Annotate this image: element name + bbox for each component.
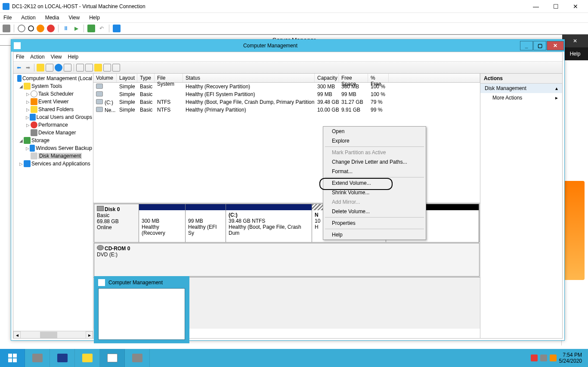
forward-button[interactable]: ➡	[24, 64, 32, 72]
volume-row[interactable]: Ne...SimpleBasicNTFSHealthy (Primary Par…	[93, 106, 480, 114]
tree-performance[interactable]: ▷Performance	[14, 121, 92, 129]
maximize-button[interactable]: ☐	[546, 0, 566, 13]
ctx-help[interactable]: Help	[323, 230, 426, 239]
cm-menu-view[interactable]: View	[51, 54, 62, 60]
col-type[interactable]: Type	[137, 74, 155, 82]
tree-storage[interactable]: ◢Storage	[14, 137, 92, 144]
reset-button[interactable]	[47, 25, 55, 32]
back-button[interactable]: ⬅	[15, 64, 23, 72]
tree-shared-folders[interactable]: ▷Shared Folders	[14, 106, 92, 113]
refresh-button[interactable]	[76, 64, 84, 72]
col-volume[interactable]: Volume	[93, 74, 117, 82]
tb-icon-4[interactable]	[112, 64, 120, 72]
tb-powershell[interactable]	[50, 349, 75, 367]
ctx-shrink-volume[interactable]: Shrink Volume...	[323, 188, 426, 197]
revert-button[interactable]: ↶	[98, 25, 105, 32]
ctx-explore[interactable]: Explore	[323, 136, 426, 146]
context-menu[interactable]: Open Explore Mark Partition as Active Ch…	[323, 126, 426, 240]
ctx-open[interactable]: Open	[323, 127, 426, 136]
ctx-properties[interactable]: Properties	[323, 218, 426, 228]
disk-0-info[interactable]: Disk 0 Basic 69.88 GB Online	[94, 204, 139, 242]
tree-disk-management[interactable]: Disk Management	[14, 152, 92, 160]
tree-server-backup[interactable]: ▷Windows Server Backup	[14, 144, 92, 152]
cm-menu-file[interactable]: File	[16, 54, 24, 60]
help-button[interactable]	[55, 64, 62, 72]
tb-explorer[interactable]	[75, 349, 100, 367]
resume-button[interactable]: ▶	[72, 25, 80, 32]
col-freespace[interactable]: Free Space	[339, 74, 368, 82]
ctrl-alt-del-button[interactable]	[3, 25, 10, 32]
sm-help-strip[interactable]: Help	[562, 47, 588, 60]
partition-c[interactable]: (C:)39.48 GB NTFSHealthy (Boot, Page Fil…	[226, 204, 312, 242]
tree-root[interactable]: Computer Management (Local	[14, 75, 92, 82]
start-button[interactable]	[0, 349, 25, 367]
tree-local-users[interactable]: ▷Local Users and Groups	[14, 113, 92, 121]
tray-clock[interactable]: 7:54 PM 5/24/2020	[559, 352, 585, 364]
cm-minimize-button[interactable]: _	[520, 41, 533, 50]
volume-header-row[interactable]: Volume Layout Type File System Status Ca…	[93, 74, 480, 83]
enhanced-session-button[interactable]	[113, 25, 121, 32]
cm-titlebar[interactable]: Computer Management _ ▢ ✕	[11, 40, 564, 52]
ctx-format[interactable]: Format...	[323, 167, 426, 176]
cm-menu-help[interactable]: Help	[68, 54, 79, 60]
volume-row[interactable]: SimpleBasicHealthy (Recovery Partition)3…	[93, 83, 480, 90]
cm-maximize-button[interactable]: ▢	[533, 41, 546, 50]
col-layout[interactable]: Layout	[117, 74, 137, 82]
tree-horizontal-scrollbar[interactable]: ◂ ▸	[13, 331, 93, 338]
scroll-thumb[interactable]	[40, 332, 57, 338]
tb-icon-1[interactable]	[85, 64, 93, 72]
volume-row[interactable]: (C:)SimpleBasicNTFSHealthy (Boot, Page F…	[93, 98, 480, 106]
nav-tree[interactable]: Computer Management (Local ◢System Tools…	[13, 74, 93, 338]
up-button[interactable]	[37, 64, 44, 72]
turnoff-button[interactable]	[28, 25, 34, 31]
cdrom-row[interactable]: CD-ROM 0 DVD (E:)	[94, 243, 480, 277]
shutdown-button[interactable]	[37, 25, 44, 32]
ctx-extend-volume[interactable]: Extend Volume...	[323, 178, 426, 188]
tray-network-icon[interactable]	[540, 355, 547, 361]
actions-more[interactable]: More Actions▸	[480, 93, 562, 103]
cdrom-info[interactable]: CD-ROM 0 DVD (E:)	[94, 243, 479, 276]
menu-file[interactable]: File	[2, 14, 13, 22]
tree-system-tools[interactable]: ◢System Tools	[14, 82, 92, 90]
col-status[interactable]: Status	[183, 74, 315, 82]
cm-menubar[interactable]: File Action View Help	[13, 52, 562, 62]
close-button[interactable]: ✕	[566, 0, 585, 13]
volume-row[interactable]: SimpleBasicHealthy (EFI System Partition…	[93, 90, 480, 98]
sm-close-x[interactable]: ✕	[573, 38, 577, 44]
col-capacity[interactable]: Capacity	[315, 74, 339, 82]
thumb-image[interactable]	[98, 288, 185, 340]
tb-server-manager[interactable]	[25, 349, 50, 367]
tb-icon-2[interactable]	[94, 64, 102, 72]
scroll-right-button[interactable]: ▸	[86, 331, 93, 338]
sm-close-strip[interactable]: ✕	[562, 34, 588, 47]
scroll-left-button[interactable]: ◂	[13, 331, 21, 338]
minimize-button[interactable]: —	[526, 0, 546, 13]
menu-view[interactable]: View	[67, 14, 81, 22]
system-tray[interactable]: 7:54 PM 5/24/2020	[528, 349, 588, 367]
show-hide-tree-button[interactable]	[46, 64, 53, 72]
tray-flag-icon[interactable]	[531, 355, 538, 361]
partition-recovery[interactable]: 300 MBHealthy (Recovery	[139, 204, 186, 242]
tree-services-apps[interactable]: ▷Services and Applications	[14, 160, 92, 168]
ctx-change-letter[interactable]: Change Drive Letter and Paths...	[323, 157, 426, 167]
col-pctfree[interactable]: % Free	[368, 74, 389, 82]
ctx-delete-volume[interactable]: Delete Volume...	[323, 207, 426, 216]
tb-computer-management[interactable]	[100, 349, 125, 367]
pause-button[interactable]: II	[62, 25, 70, 32]
tree-event-viewer[interactable]: ▷Event Viewer	[14, 98, 92, 106]
tray-sound-icon[interactable]	[550, 355, 557, 361]
tb-app-5[interactable]	[125, 349, 150, 367]
taskbar[interactable]: 7:54 PM 5/24/2020	[0, 349, 588, 367]
col-filesystem[interactable]: File System	[155, 74, 183, 82]
tb-icon-3[interactable]	[103, 64, 111, 72]
properties-button[interactable]	[64, 64, 71, 72]
tree-device-manager[interactable]: Device Manager	[14, 129, 92, 137]
menu-action[interactable]: Action	[19, 14, 37, 22]
start-button[interactable]	[18, 25, 25, 32]
tree-task-scheduler[interactable]: ▷Task Scheduler	[14, 90, 92, 98]
hyperv-menubar[interactable]: File Action Media View Help	[0, 13, 588, 22]
actions-disk-management[interactable]: Disk Management▴	[480, 84, 562, 93]
menu-help[interactable]: Help	[87, 14, 102, 22]
cm-menu-action[interactable]: Action	[30, 54, 44, 60]
checkpoint-button[interactable]	[87, 25, 95, 32]
